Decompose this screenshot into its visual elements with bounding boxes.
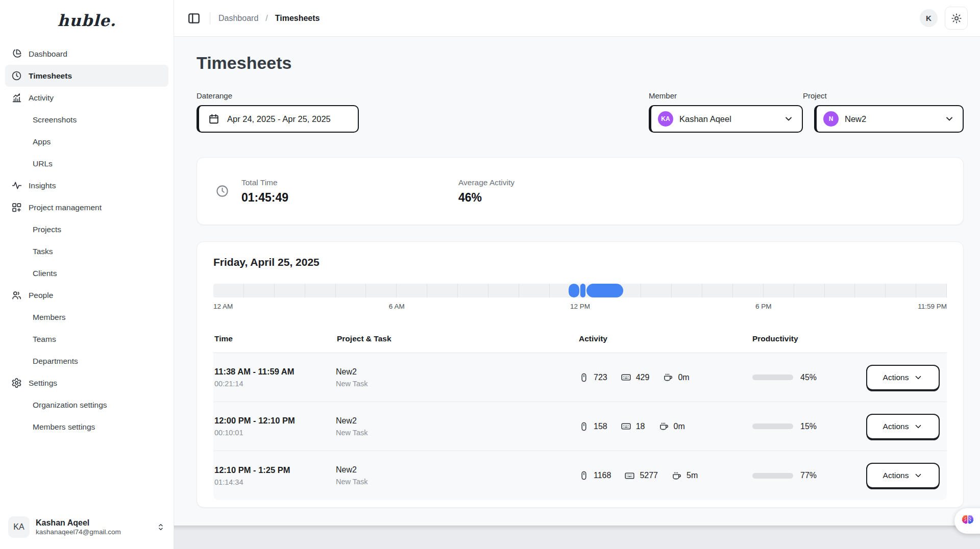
mouse-stat: 158 [579,421,607,432]
member-value: Kashan Aqeel [679,114,731,124]
timeline-hour-cell [855,284,886,297]
sidebar-item-label: Settings [29,379,57,388]
keyboard-stat: 5277 [624,470,658,481]
chevron-down-icon [914,373,923,382]
timeline-label: 6 PM [755,303,772,310]
sidebar-item-people[interactable]: People [5,284,168,306]
sidebar-item-departments[interactable]: Departments [5,350,168,372]
day-timeline: 12 AM 6 AM 12 PM 6 PM 11:59 PM [213,284,947,314]
member-group: Member KA Kashan Aqeel [649,91,803,133]
timeline-hour-cell [702,284,733,297]
sidebar-item-project-management[interactable]: Project management [5,196,168,218]
project-name: New2 [336,465,571,475]
productivity-bar [752,473,793,479]
page-bottom-band [174,526,980,549]
chevron-down-icon [783,114,794,124]
sun-icon [951,13,962,24]
mouse-count: 723 [594,373,607,382]
sidebar-item-clients[interactable]: Clients [5,262,168,284]
timeline-activity-segment[interactable] [586,284,623,297]
timeline-activity-segment[interactable] [569,284,580,297]
timesheet-table: Time Project & Task Activity Productivit… [213,326,947,500]
sidebar-item-timesheets[interactable]: Timesheets [5,65,168,87]
sidebar-item-apps[interactable]: Apps [5,131,168,153]
main-area: Dashboard / Timesheets K Timesheets Date… [174,0,980,549]
coffee-icon [671,470,682,481]
member-select[interactable]: KA Kashan Aqeel [649,105,803,133]
sidebar-item-projects[interactable]: Projects [5,218,168,240]
project-select[interactable]: N New2 [814,105,964,133]
sidebar-item-teams[interactable]: Teams [5,328,168,350]
mouse-stat: 1168 [579,470,611,481]
timeline-activity-segment[interactable] [580,284,585,297]
actions-button[interactable]: Actions [866,463,940,488]
timesheet-row: 12:00 PM - 12:10 PM00:10:01New2New Task1… [213,402,947,451]
keyboard-stat: 18 [621,421,645,432]
time-cell: 12:10 PM - 1:25 PM01:14:34 [213,465,336,486]
sidebar-item-members-settings[interactable]: Members settings [5,416,168,438]
timeline-hour-cell [488,284,519,297]
total-time-value: 01:45:49 [241,191,458,205]
sidebar-item-urls[interactable]: URLs [5,153,168,174]
sidebar-item-organization-settings[interactable]: Organization settings [5,394,168,416]
timeline-hour-cell [244,284,275,297]
task-name: New Task [336,478,571,486]
sidebar-user-menu[interactable]: KA Kashan Aqeel kashanaqeel74@gmail.com [5,508,168,549]
insights-icon [11,180,22,191]
actions-button[interactable]: Actions [866,414,940,439]
breadcrumb-dashboard-link[interactable]: Dashboard [218,14,258,23]
total-time-label: Total Time [241,178,458,187]
sidebar-item-tasks[interactable]: Tasks [5,240,168,262]
coffee-icon [658,421,669,432]
idle-time: 0m [674,422,685,431]
topbar-divider [210,12,210,24]
timeline-hour-cell [275,284,305,297]
sidebar-item-label: Teams [33,335,56,344]
clock-icon [215,184,229,198]
actions-button-label: Actions [883,373,909,382]
timesheet-table-header: Time Project & Task Activity Productivit… [213,326,947,353]
timesheets-icon [11,70,22,81]
sidebar-toggle-button[interactable] [186,11,202,26]
daterange-label: Daterange [197,91,359,100]
brand-logo: huble. [5,5,168,43]
idle-time: 0m [678,373,689,382]
total-time-stat: Total Time 01:45:49 [241,178,458,205]
idle-stat: 0m [658,421,685,432]
sidebar-item-settings[interactable]: Settings [5,372,168,394]
sidebar: huble. DashboardTimesheetsActivityScreen… [0,0,174,549]
keyboard-count: 5277 [640,471,658,480]
page-title: Timesheets [197,53,964,73]
chevron-down-icon [914,422,923,431]
day-title: Friday, April 25, 2025 [213,256,947,268]
project-name: New2 [336,367,571,377]
time-range: 12:00 PM - 12:10 PM [214,416,336,426]
header-avatar[interactable]: K [920,9,938,27]
project-management-icon [11,202,22,213]
sidebar-item-activity[interactable]: Activity [5,87,168,109]
average-activity-label: Average Activity [458,178,514,187]
assistant-widget[interactable] [954,508,980,534]
timeline-hour-cell [427,284,458,297]
actions-button[interactable]: Actions [866,365,940,390]
productivity-bar [752,375,793,380]
calendar-icon [208,113,219,124]
daterange-picker[interactable]: Apr 24, 2025 - Apr 25, 2025 [197,105,359,133]
timeline-hour-cell [916,284,947,297]
sidebar-item-screenshots[interactable]: Screenshots [5,109,168,131]
project-label: Project [803,91,964,100]
timeline-label: 12 PM [570,303,590,310]
timeline-hour-cell [519,284,550,297]
timeline-hour-cell [366,284,397,297]
keyboard-icon [621,421,631,432]
sidebar-item-label: Insights [29,181,56,190]
theme-toggle-button[interactable] [945,7,968,30]
project-avatar: N [823,111,839,127]
sidebar-item-dashboard[interactable]: Dashboard [5,43,168,65]
breadcrumb: Dashboard / Timesheets [218,14,320,23]
sidebar-item-insights[interactable]: Insights [5,174,168,196]
filters-row: Daterange Apr 24, 2025 - Apr 25, 2025 Me… [197,91,964,133]
keyboard-icon [621,372,631,383]
sidebar-item-label: Clients [33,269,57,278]
sidebar-item-members[interactable]: Members [5,306,168,328]
